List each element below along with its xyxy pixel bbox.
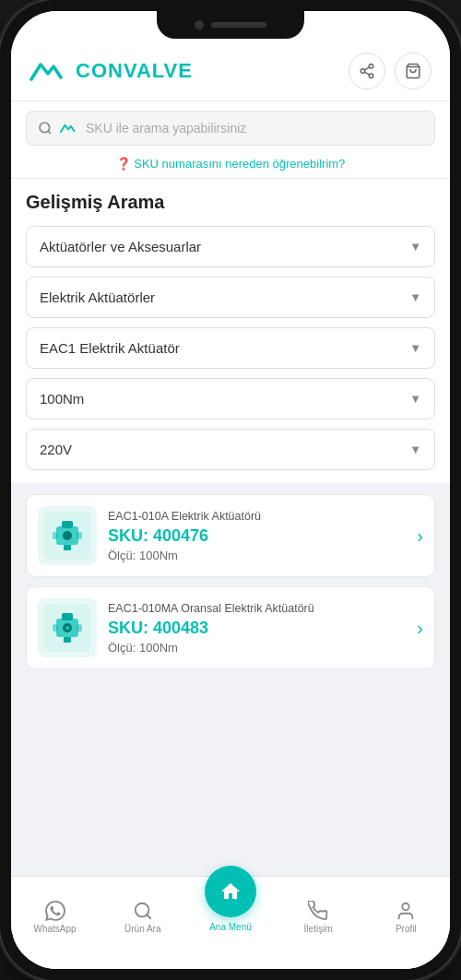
nav-label-home: Ana Menü — [209, 922, 252, 932]
svg-line-24 — [147, 915, 150, 918]
screen: CONVALVE — [11, 11, 450, 969]
search-section: SKU ile arama yapabilirsiniz — [11, 101, 450, 151]
dropdown-item-0[interactable]: Aktüatörler ve Aksesuarlar ▼ — [26, 226, 435, 267]
svg-rect-20 — [53, 624, 58, 632]
sku-help-icon: ❓ — [116, 157, 135, 171]
result-card-1[interactable]: EAC1-010MA Oransal Elektrik Aktüatörü SK… — [26, 586, 435, 669]
bottom-nav: WhatsApp Ürün Ara Ana Menü — [11, 876, 450, 969]
result-arrow-0: › — [417, 525, 423, 547]
logo-icon — [30, 57, 70, 85]
search-placeholder: SKU ile arama yapabilirsiniz — [86, 121, 246, 136]
dropdown-arrow-1: ▼ — [409, 290, 421, 304]
nav-label-search: Ürün Ara — [124, 924, 160, 934]
result-sku-1: SKU: 400483 — [108, 619, 406, 638]
svg-line-7 — [48, 131, 51, 134]
notch-speaker — [211, 22, 266, 28]
svg-point-6 — [40, 123, 50, 133]
dropdown-label-4: 220V — [40, 442, 72, 457]
dropdown-label-2: EAC1 Elektrik Aktüatör — [40, 340, 180, 356]
product-image-1 — [43, 604, 91, 652]
logo-text: CONVALVE — [76, 59, 193, 83]
dropdown-list: Aktüatörler ve Aksesuarlar ▼ Elektrik Ak… — [26, 226, 435, 470]
cart-button[interactable] — [395, 53, 431, 89]
nav-label-profile: Profil — [396, 924, 417, 934]
svg-rect-17 — [62, 613, 73, 620]
nav-item-home[interactable]: Ana Menü — [203, 866, 258, 932]
phone-inner: CONVALVE — [11, 11, 450, 969]
dropdown-item-1[interactable]: Elektrik Aktüatörler ▼ — [26, 277, 435, 318]
share-button[interactable] — [349, 53, 385, 89]
search-icon — [38, 121, 53, 136]
svg-rect-18 — [64, 637, 71, 643]
dropdown-arrow-0: ▼ — [409, 240, 421, 254]
dropdown-label-1: Elektrik Aktüatörler — [40, 289, 155, 305]
svg-line-4 — [364, 67, 369, 70]
share-icon — [359, 63, 375, 79]
svg-rect-21 — [77, 624, 82, 632]
result-name-1: EAC1-010MA Oransal Elektrik Aktüatörü — [108, 602, 406, 615]
product-image-0 — [43, 512, 91, 560]
dropdown-item-2[interactable]: EAC1 Elektrik Aktüatör ▼ — [26, 327, 435, 369]
whatsapp-icon — [45, 901, 65, 921]
result-info-1: EAC1-010MA Oransal Elektrik Aktüatörü SK… — [108, 602, 406, 655]
result-sku-0: SKU: 400476 — [108, 526, 406, 546]
phone-frame: CONVALVE — [0, 0, 461, 980]
svg-rect-13 — [53, 532, 58, 539]
sku-help-text: SKU numarasını nereden öğrenebilrim? — [134, 157, 345, 171]
nav-item-contact[interactable]: İletişim — [290, 901, 346, 934]
search-nav-icon — [133, 901, 153, 921]
dropdown-arrow-4: ▼ — [409, 443, 421, 456]
cart-icon — [405, 63, 421, 79]
result-image-0 — [38, 506, 97, 565]
search-bar[interactable]: SKU ile arama yapabilirsiniz — [26, 111, 435, 146]
svg-rect-10 — [62, 521, 73, 528]
svg-point-12 — [63, 531, 72, 540]
svg-rect-14 — [77, 532, 82, 539]
svg-point-22 — [65, 626, 69, 630]
result-arrow-1: › — [417, 618, 423, 639]
result-info-0: EAC1-010A Elektrik Aktüatörü SKU: 400476… — [108, 510, 406, 562]
result-name-0: EAC1-010A Elektrik Aktüatörü — [108, 510, 406, 523]
dropdown-arrow-2: ▼ — [409, 341, 421, 355]
home-icon — [219, 880, 242, 903]
person-icon — [396, 901, 416, 921]
dropdown-label-3: 100Nm — [40, 391, 84, 407]
advanced-search-title: Gelişmiş Arama — [26, 192, 435, 213]
nav-item-whatsapp[interactable]: WhatsApp — [28, 901, 83, 934]
notch — [157, 11, 304, 39]
svg-rect-11 — [64, 545, 71, 550]
nav-item-profile[interactable]: Profil — [378, 901, 433, 934]
dropdown-item-3[interactable]: 100Nm ▼ — [26, 378, 435, 419]
nav-label-contact: İletişim — [304, 924, 333, 934]
dropdown-label-0: Aktüatörler ve Aksesuarlar — [40, 239, 201, 254]
dropdown-item-4[interactable]: 220V ▼ — [26, 429, 435, 470]
result-image-1 — [38, 598, 97, 657]
result-size-0: Ölçü: 100Nm — [108, 549, 406, 562]
home-button[interactable] — [205, 866, 256, 917]
phone-icon — [308, 901, 328, 921]
notch-camera — [195, 20, 204, 30]
search-logo-icon — [60, 122, 78, 135]
nav-label-whatsapp: WhatsApp — [34, 924, 77, 934]
nav-item-search[interactable]: Ürün Ara — [115, 901, 171, 934]
main-content: Gelişmiş Arama Aktüatörler ve Aksesuarla… — [11, 178, 450, 876]
result-size-1: Ölçü: 100Nm — [108, 641, 406, 655]
sku-help[interactable]: ❓ SKU numarasını nereden öğrenebilrim? — [11, 151, 450, 178]
logo: CONVALVE — [30, 57, 193, 85]
result-card-0[interactable]: EAC1-010A Elektrik Aktüatörü SKU: 400476… — [26, 494, 435, 577]
dropdown-arrow-3: ▼ — [409, 392, 421, 406]
advanced-search-section: Gelişmiş Arama Aktüatörler ve Aksesuarla… — [11, 178, 450, 483]
svg-point-25 — [403, 903, 409, 910]
svg-line-3 — [364, 72, 369, 75]
results-section: EAC1-010A Elektrik Aktüatörü SKU: 400476… — [11, 494, 450, 679]
header-actions — [349, 53, 431, 89]
